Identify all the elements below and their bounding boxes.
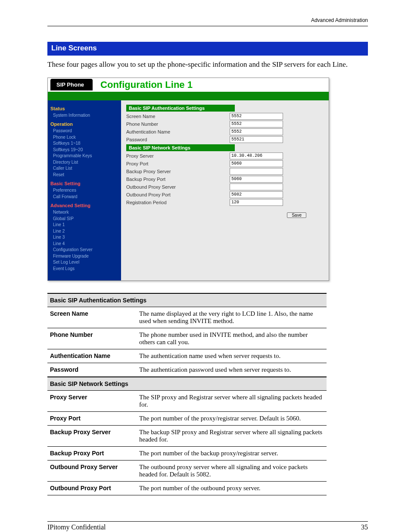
- field-name: Proxy Server: [47, 391, 137, 412]
- nav-head-basic[interactable]: Basic Setting: [50, 180, 118, 187]
- field-desc: The authentication password used when se…: [137, 363, 327, 377]
- outbound-proxy-server-input[interactable]: [230, 184, 283, 190]
- nav-head-operation[interactable]: Operation: [50, 121, 118, 128]
- field-desc: The name displayed at the very right to …: [137, 307, 327, 328]
- table-row: Authentication NameThe authentication na…: [47, 349, 327, 363]
- table-section-head: Basic SIP Network Settings: [47, 377, 327, 391]
- nav-item[interactable]: Line 1: [50, 222, 118, 228]
- registration-period-input[interactable]: [230, 199, 283, 206]
- page-number: 35: [361, 523, 368, 531]
- phone-number-input[interactable]: [230, 121, 283, 128]
- backup-proxy-server-input[interactable]: [230, 168, 283, 175]
- nav-item[interactable]: Set Log Level: [50, 259, 118, 266]
- field-label: Backup Proxy Port: [126, 177, 230, 182]
- table-row: Proxy ServerThe SIP proxy and Registrar …: [47, 391, 327, 412]
- field-label: Password: [126, 137, 230, 142]
- footer-rule: [47, 521, 368, 522]
- field-name: Password: [47, 363, 137, 377]
- nav-head-advanced[interactable]: Advanced Setting: [50, 202, 118, 209]
- field-label: Phone Number: [126, 121, 230, 127]
- table-row: Outbound Proxy ServerThe outbound proxy …: [47, 460, 327, 482]
- nav-item[interactable]: Softkeys 19~20: [50, 147, 118, 153]
- nav-item[interactable]: Global SIP: [50, 216, 118, 222]
- field-name: Backup Proxy Port: [47, 447, 137, 460]
- field-desc: The backup SIP proxy and Registrar serve…: [137, 426, 327, 447]
- field-label: Proxy Server: [126, 153, 230, 159]
- nav-item[interactable]: Line 2: [50, 228, 118, 235]
- field-name: Phone Number: [47, 328, 137, 349]
- field-desc: The port number of the outbound proxy se…: [137, 482, 327, 495]
- field-desc: The SIP proxy and Registrar server where…: [137, 391, 327, 412]
- password-input[interactable]: [230, 136, 283, 143]
- form-row: Backup Proxy Port: [126, 175, 324, 183]
- form-row: Outbound Proxy Port: [126, 191, 324, 199]
- form-row: Proxy Server: [126, 152, 324, 160]
- proxy-port-input[interactable]: [230, 160, 283, 167]
- field-desc: The phone number used in INVITE method, …: [137, 328, 327, 349]
- nav-item[interactable]: Password: [50, 128, 118, 134]
- nav-sidebar: Status System Information Operation Pass…: [48, 100, 121, 280]
- nav-item[interactable]: Line 4: [50, 241, 118, 247]
- form-row: Screen Name: [126, 112, 324, 120]
- description-table: Basic SIP Authentication Settings Screen…: [47, 293, 327, 495]
- table-row: Screen NameThe name displayed at the ver…: [47, 307, 327, 328]
- field-name: Proxy Port: [47, 412, 137, 426]
- nav-item[interactable]: Phone Lock: [50, 134, 118, 141]
- field-label: Outbound Proxy Port: [126, 192, 230, 197]
- footer-left: IPitomy Confidential: [47, 523, 106, 531]
- nav-item[interactable]: Configuration Server: [50, 247, 118, 253]
- field-desc: The outbound proxy server where all sign…: [137, 460, 327, 482]
- field-label: Outbound Proxy Server: [126, 184, 230, 190]
- nav-item[interactable]: Programmable Keys: [50, 153, 118, 159]
- field-name: Screen Name: [47, 307, 137, 328]
- nav-item[interactable]: System Information: [50, 112, 118, 119]
- form-row: Outbound Proxy Server: [126, 183, 324, 191]
- screen-name-input[interactable]: [230, 113, 283, 120]
- nav-item[interactable]: Event Logs: [50, 266, 118, 272]
- nav-item[interactable]: Firmware Upgrade: [50, 253, 118, 260]
- intro-paragraph: These four pages allow you to set up the…: [47, 60, 368, 70]
- table-row: Outbound Proxy PortThe port number of th…: [47, 482, 327, 495]
- table-row: Backup Proxy PortThe port number of the …: [47, 447, 327, 460]
- nav-item[interactable]: Call Forward: [50, 194, 118, 200]
- nav-item[interactable]: Network: [50, 209, 118, 216]
- field-name: Authentication Name: [47, 349, 137, 363]
- field-name: Backup Proxy Server: [47, 426, 137, 447]
- form-row: Authentication Name: [126, 128, 324, 136]
- nav-item[interactable]: Preferences: [50, 187, 118, 194]
- table-row: Backup Proxy ServerThe backup SIP proxy …: [47, 426, 327, 447]
- config-form: Basic SIP Authentication Settings Screen…: [121, 100, 329, 280]
- field-desc: The authentication name used when server…: [137, 349, 327, 363]
- table-section-head: Basic SIP Authentication Settings: [47, 293, 327, 307]
- group-head-network: Basic SIP Network Settings: [126, 144, 235, 151]
- nav-head-status[interactable]: Status: [50, 106, 118, 112]
- header-rule: [47, 26, 368, 26]
- nav-item[interactable]: Reset: [50, 172, 118, 178]
- field-label: Proxy Port: [126, 161, 230, 166]
- backup-proxy-port-input[interactable]: [230, 176, 283, 183]
- nav-item[interactable]: Line 3: [50, 234, 118, 241]
- form-row: Password: [126, 136, 324, 143]
- field-label: Backup Proxy Server: [126, 169, 230, 174]
- app-tab: SIP Phone: [50, 79, 93, 90]
- field-label: Registration Period: [126, 200, 230, 205]
- nav-item[interactable]: Softkeys 1~18: [50, 140, 118, 147]
- form-row: Phone Number: [126, 120, 324, 128]
- auth-name-input[interactable]: [230, 128, 283, 135]
- field-name: Outbound Proxy Port: [47, 482, 137, 495]
- save-button[interactable]: Save: [287, 212, 306, 218]
- proxy-server-input[interactable]: [230, 152, 283, 159]
- field-desc: The port number of the proxy/registrar s…: [137, 412, 327, 426]
- config-page-title: Configuration Line 1: [100, 79, 193, 90]
- outbound-proxy-port-input[interactable]: [230, 191, 283, 198]
- field-label: Screen Name: [126, 114, 230, 119]
- group-head-auth: Basic SIP Authentication Settings: [126, 105, 235, 112]
- field-desc: The port number of the backup proxy/regi…: [137, 447, 327, 460]
- form-row: Backup Proxy Server: [126, 168, 324, 175]
- config-screenshot: SIP Phone Configuration Line 1 Status Sy…: [47, 78, 329, 281]
- nav-item[interactable]: Caller List: [50, 165, 118, 172]
- table-row: PasswordThe authentication password used…: [47, 363, 327, 377]
- nav-item[interactable]: Directory List: [50, 159, 118, 166]
- table-row: Phone NumberThe phone number used in INV…: [47, 328, 327, 349]
- field-label: Authentication Name: [126, 129, 230, 134]
